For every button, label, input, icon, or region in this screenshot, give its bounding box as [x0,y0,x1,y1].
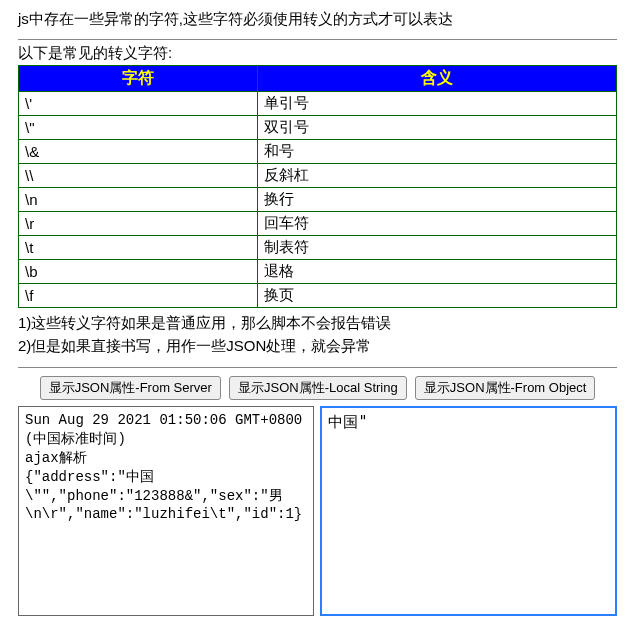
cell-meaning: 退格 [258,260,617,284]
button-row: 显示JSON属性-From Server 显示JSON属性-Local Stri… [18,376,617,400]
divider-top [18,39,617,40]
btn-local-string[interactable]: 显示JSON属性-Local String [229,376,407,400]
cell-meaning: 和号 [258,140,617,164]
divider-bottom [18,367,617,368]
right-output[interactable] [320,406,617,616]
th-char: 字符 [19,66,258,92]
cell-meaning: 换页 [258,284,617,308]
cell-char: \f [19,284,258,308]
table-row: \t制表符 [19,236,617,260]
table-row: \\反斜杠 [19,164,617,188]
output-panes [18,406,617,616]
cell-char: \" [19,116,258,140]
cell-char: \& [19,140,258,164]
table-row: \n换行 [19,188,617,212]
cell-char: \\ [19,164,258,188]
cell-char: \b [19,260,258,284]
cell-char: \t [19,236,258,260]
btn-from-server[interactable]: 显示JSON属性-From Server [40,376,221,400]
table-row: \"双引号 [19,116,617,140]
cell-meaning: 双引号 [258,116,617,140]
cell-char: \n [19,188,258,212]
table-row: \r回车符 [19,212,617,236]
table-row: \f换页 [19,284,617,308]
cell-meaning: 反斜杠 [258,164,617,188]
th-meaning: 含义 [258,66,617,92]
table-row: \'单引号 [19,92,617,116]
note-line-2: 2)但是如果直接书写，用作一些JSON处理，就会异常 [18,335,617,358]
table-row: \b退格 [19,260,617,284]
note-line-1: 1)这些转义字符如果是普通应用，那么脚本不会报告错误 [18,312,617,335]
btn-from-object[interactable]: 显示JSON属性-From Object [415,376,596,400]
notes: 1)这些转义字符如果是普通应用，那么脚本不会报告错误 2)但是如果直接书写，用作… [18,312,617,357]
subtitle: 以下是常见的转义字符: [18,44,617,63]
cell-meaning: 单引号 [258,92,617,116]
intro-text: js中存在一些异常的字符,这些字符必须使用转义的方式才可以表达 [18,10,617,29]
cell-char: \' [19,92,258,116]
cell-char: \r [19,212,258,236]
cell-meaning: 回车符 [258,212,617,236]
table-row: \&和号 [19,140,617,164]
cell-meaning: 制表符 [258,236,617,260]
cell-meaning: 换行 [258,188,617,212]
left-output[interactable] [18,406,314,616]
escape-table: 字符 含义 \'单引号\"双引号\&和号\\反斜杠\n换行\r回车符\t制表符\… [18,65,617,308]
